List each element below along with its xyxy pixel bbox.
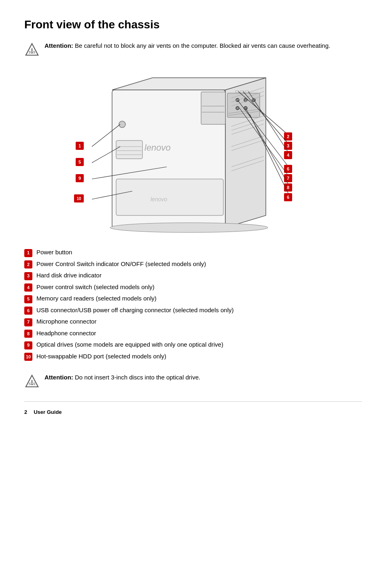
svg-text:6: 6 xyxy=(287,195,289,200)
legend-text: Memory card readers (selected models onl… xyxy=(36,294,157,303)
attention-body-2: Do not insert 3-inch discs into the opti… xyxy=(75,374,200,381)
svg-text:1: 1 xyxy=(78,143,81,148)
attention-box-1: sss Attention: Be careful not to block a… xyxy=(24,41,362,58)
legend-text: Optical drives (some models are equipped… xyxy=(36,340,223,349)
svg-point-74 xyxy=(32,384,32,385)
footer-doc-title: User Guide xyxy=(34,408,62,416)
list-item: 9Optical drives (some models are equippe… xyxy=(24,340,362,349)
list-item: 3Hard disk drive indicator xyxy=(24,271,362,280)
legend-badge: 3 xyxy=(24,272,32,280)
legend-badge: 5 xyxy=(24,295,32,303)
legend-text: Power Control Switch indicator ON/OFF (s… xyxy=(36,260,206,269)
svg-point-34 xyxy=(110,223,268,232)
legend-badge: 2 xyxy=(24,260,32,268)
list-item: 10Hot-swappable HDD port (selected model… xyxy=(24,352,362,361)
svg-text:lenovo: lenovo xyxy=(144,143,171,153)
list-item: 8Headphone connector xyxy=(24,329,362,338)
attention-text-2: Attention: Do not insert 3-inch discs in… xyxy=(45,373,200,382)
attention-label-1: Attention: xyxy=(45,42,73,49)
svg-text:9: 9 xyxy=(78,176,81,181)
attention-box-2: sss Attention: Do not insert 3-inch disc… xyxy=(24,373,362,389)
svg-text:lenovo: lenovo xyxy=(151,196,167,202)
svg-text:5: 5 xyxy=(78,160,81,164)
footer: 2 User Guide xyxy=(24,401,362,416)
svg-text:6: 6 xyxy=(287,166,289,171)
list-item: 4Power control switch (selected models o… xyxy=(24,283,362,292)
svg-text:4: 4 xyxy=(287,153,290,158)
chassis-svg: lenovo lenovo xyxy=(51,66,335,236)
list-item: 2Power Control Switch indicator ON/OFF (… xyxy=(24,260,362,269)
legend-list: 1Power button2Power Control Switch indic… xyxy=(24,248,362,361)
legend-text: Power button xyxy=(36,248,72,257)
legend-badge: 7 xyxy=(24,318,32,326)
attention-text-1: Attention: Be careful not to block any a… xyxy=(45,41,330,51)
legend-text: Power control switch (selected models on… xyxy=(36,283,155,292)
legend-badge: 1 xyxy=(24,249,32,257)
legend-text: Hot-swappable HDD port (selected models … xyxy=(36,352,166,361)
list-item: 6USB connector/USB power off charging co… xyxy=(24,306,362,315)
svg-text:7: 7 xyxy=(287,176,289,181)
attention-icon-1: sss xyxy=(24,42,40,58)
footer-page-number: 2 xyxy=(24,408,27,416)
legend-badge: 9 xyxy=(24,341,32,349)
attention-label-2: Attention: xyxy=(45,374,73,381)
list-item: 5Memory card readers (selected models on… xyxy=(24,294,362,303)
legend-text: Hard disk drive indicator xyxy=(36,271,102,280)
legend-badge: 6 xyxy=(24,307,32,315)
svg-text:8: 8 xyxy=(287,185,289,190)
svg-rect-18 xyxy=(116,141,142,159)
legend-badge: 4 xyxy=(24,283,32,292)
svg-point-14 xyxy=(236,107,239,110)
legend-text: USB connector/USB power off charging con… xyxy=(36,306,233,315)
chassis-diagram: lenovo lenovo xyxy=(24,66,362,236)
list-item: 7Microphone connector xyxy=(24,317,362,326)
attention-icon-2: sss xyxy=(24,374,40,389)
svg-text:2: 2 xyxy=(287,134,289,139)
svg-rect-7 xyxy=(201,92,225,124)
svg-rect-22 xyxy=(116,179,223,215)
page-title: Front view of the chassis xyxy=(24,16,362,33)
svg-text:10: 10 xyxy=(76,196,81,201)
legend-badge: 8 xyxy=(24,330,32,338)
legend-text: Headphone connector xyxy=(36,329,96,338)
list-item: 1Power button xyxy=(24,248,362,257)
svg-point-2 xyxy=(32,52,32,53)
legend-text: Microphone connector xyxy=(36,317,96,326)
svg-text:3: 3 xyxy=(287,143,289,148)
svg-rect-38 xyxy=(245,91,248,93)
attention-body-1: Be careful not to block any air vents on… xyxy=(75,42,330,49)
legend-badge: 10 xyxy=(24,353,32,361)
